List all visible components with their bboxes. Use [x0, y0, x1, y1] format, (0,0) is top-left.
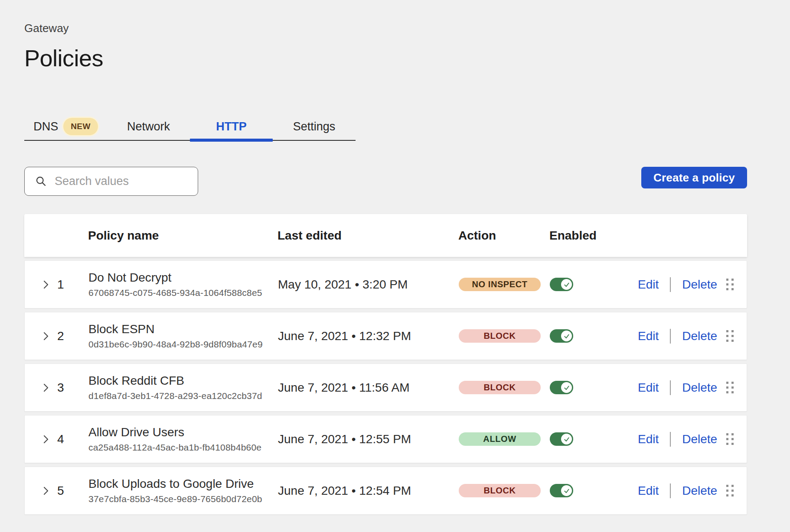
check-icon [564, 488, 570, 494]
chevron-right-icon [41, 486, 51, 496]
gateway-policies-page: Gateway Policies DNS NEW Network HTTP Se… [0, 0, 790, 515]
policy-name: Block Uploads to Google Drive [88, 477, 278, 491]
edit-button[interactable]: Edit [638, 381, 659, 395]
chevron-right-icon [41, 279, 51, 290]
chevron-right-icon [41, 434, 51, 444]
row-number: 1 [57, 278, 88, 292]
enabled-toggle[interactable] [550, 484, 573, 497]
check-icon [564, 282, 570, 288]
tab-settings[interactable]: Settings [273, 113, 356, 140]
table-row: 4 Allow Drive Users ca25a488-112a-45ac-b… [24, 415, 747, 463]
policy-id: d1ef8a7d-3eb1-4728-a293-ea120c2cb37d [88, 391, 278, 401]
action-badge: BLOCK [459, 381, 541, 394]
last-edited-value: June 7, 2021 • 12:32 PM [278, 329, 459, 343]
action-divider [670, 329, 671, 344]
last-edited-value: June 7, 2021 • 11:56 AM [278, 381, 459, 395]
policy-name: Block Reddit CFB [88, 374, 278, 388]
row-number: 4 [57, 432, 88, 446]
create-policy-button[interactable]: Create a policy [641, 167, 747, 188]
row-number: 2 [57, 329, 88, 343]
action-badge: NO INSPECT [459, 278, 541, 291]
search-input[interactable] [55, 175, 189, 188]
table-row: 1 Do Not Decrypt 67068745-c075-4685-934a… [24, 260, 747, 308]
expand-row-button[interactable] [41, 331, 51, 341]
chevron-right-icon [41, 331, 51, 341]
row-number: 3 [57, 381, 88, 395]
last-edited-value: May 10, 2021 • 3:20 PM [278, 278, 459, 292]
toggle-knob [561, 331, 572, 341]
search-icon [35, 175, 47, 187]
tab-bar: DNS NEW Network HTTP Settings [24, 113, 356, 141]
enabled-toggle[interactable] [550, 432, 573, 446]
drag-handle-icon[interactable] [726, 330, 734, 342]
edit-button[interactable]: Edit [638, 432, 659, 446]
tab-dns[interactable]: DNS NEW [24, 113, 107, 140]
action-divider [670, 483, 671, 498]
tab-dns-label: DNS [33, 120, 58, 133]
enabled-toggle[interactable] [550, 329, 573, 343]
toolbar: Create a policy [24, 167, 747, 196]
policy-name: Allow Drive Users [88, 425, 278, 439]
edit-button[interactable]: Edit [638, 484, 659, 498]
row-number: 5 [57, 484, 88, 498]
tab-http[interactable]: HTTP [190, 113, 273, 140]
check-icon [564, 436, 570, 442]
enabled-toggle[interactable] [550, 381, 573, 394]
delete-button[interactable]: Delete [682, 432, 717, 446]
edit-button[interactable]: Edit [638, 278, 659, 292]
toggle-knob [561, 279, 572, 290]
new-badge: NEW [63, 118, 98, 135]
policy-id: 37e7cbfa-85b3-45ce-9e89-7656b0d72e0b [88, 494, 278, 504]
toggle-knob [561, 485, 572, 496]
drag-handle-icon[interactable] [726, 382, 734, 393]
table-row: 3 Block Reddit CFB d1ef8a7d-3eb1-4728-a2… [24, 363, 747, 412]
delete-button[interactable]: Delete [682, 278, 717, 292]
delete-button[interactable]: Delete [682, 329, 717, 343]
action-divider [670, 432, 671, 447]
check-icon [564, 385, 570, 391]
tab-network-label: Network [127, 120, 170, 133]
chevron-right-icon [41, 383, 51, 393]
table-body: 1 Do Not Decrypt 67068745-c075-4685-934a… [24, 260, 747, 515]
page-title: Policies [24, 45, 790, 71]
policy-name: Block ESPN [88, 322, 278, 336]
search-box[interactable] [24, 167, 198, 196]
drag-handle-icon[interactable] [726, 279, 734, 290]
action-badge: BLOCK [459, 484, 541, 497]
expand-row-button[interactable] [41, 383, 51, 393]
tab-network[interactable]: Network [107, 113, 190, 140]
toggle-knob [561, 434, 572, 444]
delete-button[interactable]: Delete [682, 484, 717, 498]
table-header-row: Policy name Last edited Action Enabled [24, 214, 747, 257]
policy-id: 0d31be6c-9b90-48a4-92b8-9d8f09ba47e9 [88, 339, 278, 350]
drag-handle-icon[interactable] [726, 485, 734, 496]
policy-id: 67068745-c075-4685-934a-1064f588c8e5 [88, 288, 278, 298]
check-icon [564, 333, 570, 339]
toggle-knob [561, 382, 572, 393]
policy-id: ca25a488-112a-45ac-ba1b-fb4108b4b60e [88, 442, 278, 453]
column-header-policy-name: Policy name [88, 229, 277, 243]
table-row: 5 Block Uploads to Google Drive 37e7cbfa… [24, 467, 747, 515]
action-divider [670, 277, 671, 292]
action-divider [670, 380, 671, 395]
action-badge: BLOCK [459, 329, 541, 343]
policies-table: Policy name Last edited Action Enabled 1… [24, 214, 747, 515]
expand-row-button[interactable] [41, 486, 51, 496]
tab-http-label: HTTP [216, 120, 247, 133]
action-badge: ALLOW [459, 432, 541, 446]
expand-row-button[interactable] [41, 434, 51, 444]
column-header-action: Action [458, 229, 549, 243]
edit-button[interactable]: Edit [638, 329, 659, 343]
tab-settings-label: Settings [293, 120, 336, 133]
last-edited-value: June 7, 2021 • 12:55 PM [278, 432, 459, 446]
drag-handle-icon[interactable] [726, 433, 734, 445]
expand-row-button[interactable] [41, 279, 51, 290]
delete-button[interactable]: Delete [682, 381, 717, 395]
column-header-last-edited: Last edited [277, 229, 458, 243]
policy-name: Do Not Decrypt [88, 271, 278, 285]
column-header-enabled: Enabled [549, 229, 635, 243]
last-edited-value: June 7, 2021 • 12:54 PM [278, 484, 459, 498]
table-row: 2 Block ESPN 0d31be6c-9b90-48a4-92b8-9d8… [24, 312, 747, 360]
breadcrumb: Gateway [24, 22, 790, 35]
enabled-toggle[interactable] [550, 278, 573, 291]
